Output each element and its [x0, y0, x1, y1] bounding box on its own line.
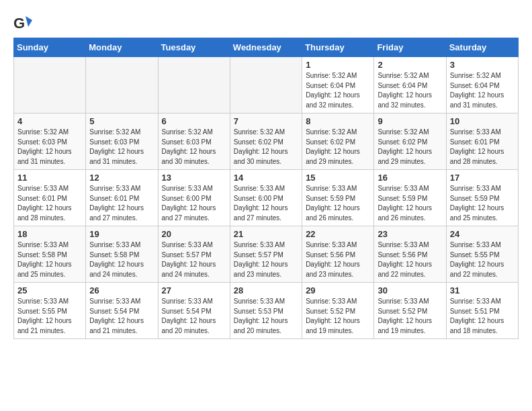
- day-number: 16: [378, 173, 442, 183]
- day-number: 31: [450, 285, 515, 295]
- logo: G: [13, 13, 35, 32]
- day-number: 3: [450, 60, 515, 70]
- day-number: 2: [378, 60, 442, 70]
- calendar-cell: 20Sunrise: 5:33 AM Sunset: 5:57 PM Dayli…: [158, 226, 230, 283]
- day-info: Sunrise: 5:33 AM Sunset: 6:01 PM Dayligh…: [450, 128, 515, 167]
- day-number: 24: [450, 229, 515, 239]
- calendar-cell: 24Sunrise: 5:33 AM Sunset: 5:55 PM Dayli…: [446, 226, 518, 283]
- day-number: 20: [162, 229, 226, 239]
- day-info: Sunrise: 5:33 AM Sunset: 5:51 PM Dayligh…: [450, 297, 515, 336]
- calendar-cell: 29Sunrise: 5:33 AM Sunset: 5:52 PM Dayli…: [302, 283, 374, 339]
- day-info: Sunrise: 5:33 AM Sunset: 5:53 PM Dayligh…: [234, 297, 298, 336]
- day-info: Sunrise: 5:33 AM Sunset: 5:56 PM Dayligh…: [378, 240, 442, 279]
- calendar-cell: 14Sunrise: 5:33 AM Sunset: 6:00 PM Dayli…: [230, 170, 302, 226]
- day-info: Sunrise: 5:33 AM Sunset: 5:52 PM Dayligh…: [378, 297, 442, 336]
- header-monday: Monday: [86, 38, 158, 57]
- day-info: Sunrise: 5:32 AM Sunset: 6:03 PM Dayligh…: [17, 128, 82, 167]
- day-info: Sunrise: 5:32 AM Sunset: 6:03 PM Dayligh…: [162, 128, 226, 167]
- svg-text:G: G: [13, 15, 25, 32]
- calendar-cell: 6Sunrise: 5:32 AM Sunset: 6:03 PM Daylig…: [158, 113, 230, 170]
- day-info: Sunrise: 5:33 AM Sunset: 5:59 PM Dayligh…: [306, 184, 370, 223]
- week-row-3: 18Sunrise: 5:33 AM Sunset: 5:58 PM Dayli…: [14, 226, 519, 283]
- day-number: 18: [17, 229, 82, 239]
- header-saturday: Saturday: [446, 38, 518, 57]
- day-number: 25: [17, 285, 82, 295]
- day-info: Sunrise: 5:33 AM Sunset: 6:00 PM Dayligh…: [234, 184, 298, 223]
- day-number: 8: [306, 116, 370, 126]
- day-info: Sunrise: 5:33 AM Sunset: 5:57 PM Dayligh…: [162, 240, 226, 279]
- day-info: Sunrise: 5:33 AM Sunset: 5:57 PM Dayligh…: [234, 240, 298, 279]
- day-number: 6: [162, 116, 226, 126]
- calendar-cell: [86, 57, 158, 113]
- calendar-cell: 9Sunrise: 5:32 AM Sunset: 6:02 PM Daylig…: [374, 113, 446, 170]
- day-info: Sunrise: 5:33 AM Sunset: 5:55 PM Dayligh…: [450, 240, 515, 279]
- day-number: 14: [234, 173, 298, 183]
- calendar-cell: 10Sunrise: 5:33 AM Sunset: 6:01 PM Dayli…: [446, 113, 518, 170]
- calendar-cell: 25Sunrise: 5:33 AM Sunset: 5:55 PM Dayli…: [14, 283, 86, 339]
- day-number: 12: [89, 173, 154, 183]
- day-number: 13: [162, 173, 226, 183]
- day-number: 30: [378, 285, 442, 295]
- day-number: 9: [378, 116, 442, 126]
- day-number: 28: [234, 285, 298, 295]
- calendar-cell: 23Sunrise: 5:33 AM Sunset: 5:56 PM Dayli…: [374, 226, 446, 283]
- calendar-cell: 18Sunrise: 5:33 AM Sunset: 5:58 PM Dayli…: [14, 226, 86, 283]
- calendar-header-row: SundayMondayTuesdayWednesdayThursdayFrid…: [14, 38, 519, 57]
- day-number: 15: [306, 173, 370, 183]
- day-info: Sunrise: 5:33 AM Sunset: 5:59 PM Dayligh…: [378, 184, 442, 223]
- week-row-2: 11Sunrise: 5:33 AM Sunset: 6:01 PM Dayli…: [14, 170, 519, 226]
- calendar-cell: 26Sunrise: 5:33 AM Sunset: 5:54 PM Dayli…: [86, 283, 158, 339]
- calendar-cell: 22Sunrise: 5:33 AM Sunset: 5:56 PM Dayli…: [302, 226, 374, 283]
- day-number: 26: [89, 285, 154, 295]
- calendar-cell: 12Sunrise: 5:33 AM Sunset: 6:01 PM Dayli…: [86, 170, 158, 226]
- calendar-body: 1Sunrise: 5:32 AM Sunset: 6:04 PM Daylig…: [14, 57, 519, 339]
- day-info: Sunrise: 5:33 AM Sunset: 5:52 PM Dayligh…: [306, 297, 370, 336]
- day-number: 17: [450, 173, 515, 183]
- day-info: Sunrise: 5:33 AM Sunset: 5:58 PM Dayligh…: [17, 240, 82, 279]
- day-info: Sunrise: 5:33 AM Sunset: 5:55 PM Dayligh…: [17, 297, 82, 336]
- calendar-cell: 5Sunrise: 5:32 AM Sunset: 6:03 PM Daylig…: [86, 113, 158, 170]
- calendar-cell: 31Sunrise: 5:33 AM Sunset: 5:51 PM Dayli…: [446, 283, 518, 339]
- day-info: Sunrise: 5:33 AM Sunset: 5:58 PM Dayligh…: [89, 240, 154, 279]
- day-number: 7: [234, 116, 298, 126]
- calendar-cell: 21Sunrise: 5:33 AM Sunset: 5:57 PM Dayli…: [230, 226, 302, 283]
- day-info: Sunrise: 5:32 AM Sunset: 6:02 PM Dayligh…: [378, 128, 442, 167]
- calendar-cell: 4Sunrise: 5:32 AM Sunset: 6:03 PM Daylig…: [14, 113, 86, 170]
- calendar-cell: 30Sunrise: 5:33 AM Sunset: 5:52 PM Dayli…: [374, 283, 446, 339]
- day-number: 21: [234, 229, 298, 239]
- day-info: Sunrise: 5:32 AM Sunset: 6:04 PM Dayligh…: [450, 71, 515, 110]
- calendar-cell: 11Sunrise: 5:33 AM Sunset: 6:01 PM Dayli…: [14, 170, 86, 226]
- day-info: Sunrise: 5:33 AM Sunset: 6:01 PM Dayligh…: [17, 184, 82, 223]
- day-number: 22: [306, 229, 370, 239]
- header-friday: Friday: [374, 38, 446, 57]
- day-number: 5: [89, 116, 154, 126]
- day-number: 11: [17, 173, 82, 183]
- header-wednesday: Wednesday: [230, 38, 302, 57]
- calendar-cell: 17Sunrise: 5:33 AM Sunset: 5:59 PM Dayli…: [446, 170, 518, 226]
- calendar-cell: [230, 57, 302, 113]
- day-number: 27: [162, 285, 226, 295]
- header-sunday: Sunday: [14, 38, 86, 57]
- day-number: 29: [306, 285, 370, 295]
- day-info: Sunrise: 5:33 AM Sunset: 5:59 PM Dayligh…: [450, 184, 515, 223]
- calendar-table: SundayMondayTuesdayWednesdayThursdayFrid…: [13, 38, 519, 339]
- logo-icon: G: [13, 13, 32, 32]
- calendar-cell: 3Sunrise: 5:32 AM Sunset: 6:04 PM Daylig…: [446, 57, 518, 113]
- day-info: Sunrise: 5:32 AM Sunset: 6:04 PM Dayligh…: [306, 71, 370, 110]
- header-tuesday: Tuesday: [158, 38, 230, 57]
- day-info: Sunrise: 5:32 AM Sunset: 6:03 PM Dayligh…: [89, 128, 154, 167]
- calendar-cell: 13Sunrise: 5:33 AM Sunset: 6:00 PM Dayli…: [158, 170, 230, 226]
- svg-marker-1: [26, 16, 32, 27]
- day-info: Sunrise: 5:32 AM Sunset: 6:02 PM Dayligh…: [306, 128, 370, 167]
- day-number: 19: [89, 229, 154, 239]
- day-info: Sunrise: 5:33 AM Sunset: 6:00 PM Dayligh…: [162, 184, 226, 223]
- calendar-cell: 19Sunrise: 5:33 AM Sunset: 5:58 PM Dayli…: [86, 226, 158, 283]
- week-row-4: 25Sunrise: 5:33 AM Sunset: 5:55 PM Dayli…: [14, 283, 519, 339]
- calendar-cell: 27Sunrise: 5:33 AM Sunset: 5:54 PM Dayli…: [158, 283, 230, 339]
- week-row-0: 1Sunrise: 5:32 AM Sunset: 6:04 PM Daylig…: [14, 57, 519, 113]
- day-number: 1: [306, 60, 370, 70]
- calendar-cell: 8Sunrise: 5:32 AM Sunset: 6:02 PM Daylig…: [302, 113, 374, 170]
- page-header: G: [13, 13, 519, 32]
- calendar-cell: 15Sunrise: 5:33 AM Sunset: 5:59 PM Dayli…: [302, 170, 374, 226]
- calendar-cell: [158, 57, 230, 113]
